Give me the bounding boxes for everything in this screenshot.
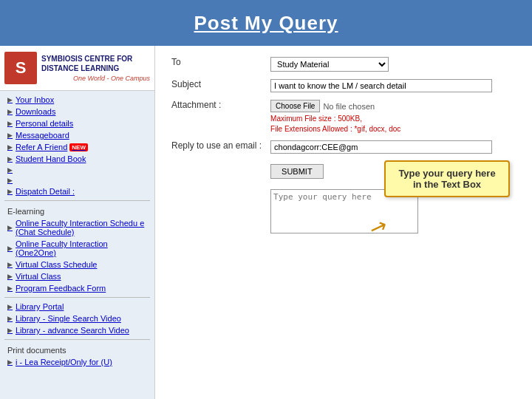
arrow-icon: ▶ bbox=[7, 284, 13, 292]
sidebar-item-library-advance[interactable]: ▶ Library - advance Search Video bbox=[0, 324, 154, 336]
main-layout: S SYMBIOSIS CENTRE FOR DISTANCE LEARNING… bbox=[0, 46, 532, 399]
divider bbox=[4, 200, 150, 201]
query-form: To Study Material Faculty Admin Subject … bbox=[167, 53, 520, 239]
tooltip-box: Type your query here in the Text Box bbox=[384, 160, 510, 197]
subject-input[interactable] bbox=[270, 79, 492, 92]
org-logo-details: SYMBIOSIS CENTRE FOR DISTANCE LEARNING O… bbox=[41, 54, 150, 82]
arrow-icon: ▶ bbox=[7, 327, 13, 334]
sidebar-item-faculty-one2one[interactable]: ▶ Online Faculty Interaction (One2One) bbox=[0, 238, 154, 259]
to-select[interactable]: Study Material Faculty Admin bbox=[270, 57, 389, 72]
sidebar-nav: ▶ Your Inbox ▶ Downloads ▶ Personal deta… bbox=[0, 91, 154, 371]
arrow-icon: ▶ bbox=[7, 273, 13, 280]
subject-row: Subject bbox=[167, 75, 520, 96]
subject-label: Subject bbox=[167, 75, 266, 96]
sidebar-item-library-portal[interactable]: ▶ Library Portal bbox=[0, 301, 154, 313]
header: Post My Query bbox=[0, 0, 532, 46]
sidebar-item-messageboard[interactable]: ▶ Messageboard bbox=[0, 129, 154, 141]
sidebar-item-faculty-interact[interactable]: ▶ Online Faculty Interaction Schedu e (C… bbox=[0, 217, 154, 238]
arrow-icon: ▶ bbox=[7, 143, 13, 151]
no-file-text: No file chosen bbox=[323, 102, 375, 111]
arrow-icon: ▶ bbox=[7, 132, 13, 139]
org-tagline: One World - One Campus bbox=[41, 75, 150, 82]
arrow-icon: ▶ bbox=[7, 188, 13, 195]
page-title: Post My Query bbox=[194, 12, 338, 35]
reply-row: Reply to use an email : bbox=[167, 137, 520, 157]
arrow-icon: ▶ bbox=[7, 261, 13, 268]
sidebar-item-handbook[interactable]: ▶ Student Hand Book bbox=[0, 153, 154, 165]
sidebar-item-refer[interactable]: ▶ Refer A Friend NEW bbox=[0, 141, 154, 153]
file-ext-info: File Extensions Allowed : *gif, docx, do… bbox=[270, 125, 516, 133]
sidebar: S SYMBIOSIS CENTRE FOR DISTANCE LEARNING… bbox=[0, 46, 155, 399]
email-input[interactable] bbox=[270, 140, 492, 154]
sidebar-item-virtual-class[interactable]: ▶ Virtual Class bbox=[0, 270, 154, 282]
attachment-row: Attachment : Choose File No file chosen … bbox=[167, 96, 520, 137]
attachment-label: Attachment : bbox=[167, 96, 266, 137]
arrow-icon: ▶ bbox=[7, 315, 13, 322]
print-header: Print documents bbox=[0, 343, 154, 356]
new-badge: NEW bbox=[69, 143, 88, 151]
arrow-icon: ▶ bbox=[7, 120, 13, 127]
reply-label: Reply to use an email : bbox=[167, 137, 266, 157]
file-input-row: Choose File No file chosen bbox=[270, 100, 516, 112]
to-label: To bbox=[167, 53, 266, 75]
reply-email-row bbox=[270, 140, 516, 154]
sidebar-item-downloads[interactable]: ▶ Downloads bbox=[0, 106, 154, 117]
sidebar-item-print[interactable]: ▶ i - Lea Receipt/Only for (U) bbox=[0, 356, 154, 368]
org-name: SYMBIOSIS CENTRE FOR DISTANCE LEARNING bbox=[41, 54, 150, 73]
content-area: To Study Material Faculty Admin Subject … bbox=[155, 46, 532, 399]
elearning-header: E-learning bbox=[0, 204, 154, 217]
divider bbox=[4, 339, 150, 340]
sidebar-item-library-single[interactable]: ▶ Library - Single Search Video bbox=[0, 313, 154, 324]
arrow-icon: ▶ bbox=[7, 155, 13, 163]
arrow-icon: ▶ bbox=[7, 177, 13, 184]
divider bbox=[4, 297, 150, 298]
arrow-icon: ▶ bbox=[7, 96, 13, 103]
arrow-icon: ▶ bbox=[7, 358, 13, 366]
sidebar-item-blank1[interactable]: ▶ bbox=[0, 165, 154, 175]
arrow-icon: ▶ bbox=[7, 245, 13, 252]
sidebar-item-inbox[interactable]: ▶ Your Inbox bbox=[0, 94, 154, 106]
sidebar-item-blank2[interactable]: ▶ bbox=[0, 175, 154, 185]
tooltip-text: Type your query here in the Text Box bbox=[398, 168, 495, 190]
to-row: To Study Material Faculty Admin bbox=[167, 53, 520, 75]
arrow-icon: ▶ bbox=[7, 166, 13, 174]
sidebar-item-feedback[interactable]: ▶ Program Feedback Form bbox=[0, 282, 154, 294]
arrow-icon: ▶ bbox=[7, 303, 13, 310]
choose-file-button[interactable]: Choose File bbox=[270, 100, 320, 112]
sidebar-item-personal[interactable]: ▶ Personal details bbox=[0, 117, 154, 129]
arrow-icon: ▶ bbox=[7, 224, 13, 231]
org-logo: S SYMBIOSIS CENTRE FOR DISTANCE LEARNING… bbox=[0, 46, 154, 91]
sidebar-item-dispatch[interactable]: ▶ Dispatch Detail : bbox=[0, 185, 154, 197]
file-size-info: Maximum File size : 500KB, bbox=[270, 115, 516, 123]
submit-button[interactable]: SUBMIT bbox=[270, 164, 324, 179]
sidebar-item-virtual-schedule[interactable]: ▶ Virtual Class Schedule bbox=[0, 259, 154, 270]
arrow-icon: ▶ bbox=[7, 108, 13, 115]
org-logo-icon: S bbox=[4, 52, 37, 84]
